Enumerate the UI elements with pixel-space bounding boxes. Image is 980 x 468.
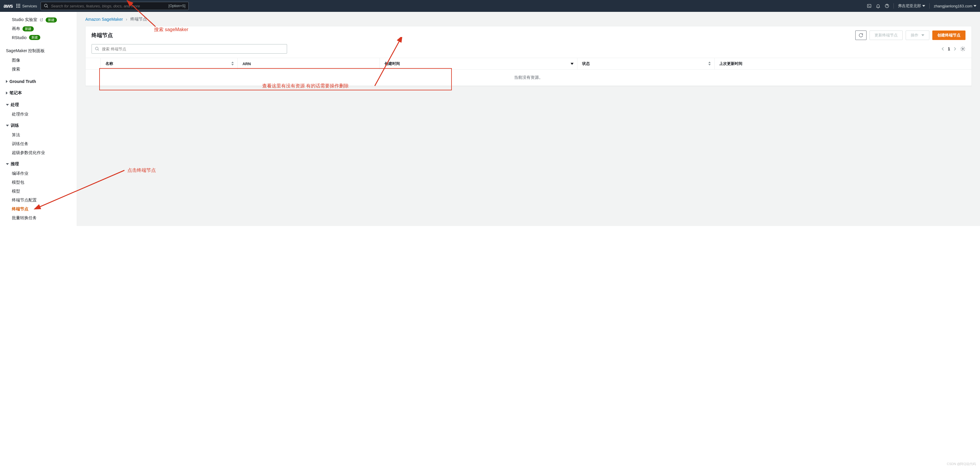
cloudshell-icon: [867, 3, 872, 8]
sidebar-item-label: 画布: [12, 26, 20, 32]
account-menu[interactable]: zhangjianlong163.com: [934, 4, 977, 8]
button-label: 更新终端节点: [875, 33, 898, 38]
region-selector[interactable]: 弗吉尼亚北部: [898, 3, 925, 9]
table-header-updated[interactable]: 上次更新时间: [714, 58, 971, 70]
sidebar-item-control-panel[interactable]: SageMaker 控制面板: [0, 46, 77, 56]
search-row: 1: [86, 44, 971, 58]
new-badge: 新建: [46, 18, 57, 22]
sidebar-item-images[interactable]: 图像: [0, 56, 77, 65]
sidebar-item-models[interactable]: 模型: [0, 187, 77, 196]
sidebar-item-label: Studio 实验室: [12, 17, 37, 22]
aws-logo[interactable]: aws: [3, 3, 13, 9]
table-search[interactable]: [92, 44, 287, 54]
pager-next[interactable]: [954, 47, 956, 51]
button-label: 创建终端节点: [937, 33, 961, 38]
sidebar-item-label: 图像: [12, 58, 20, 63]
sidebar-item-studio-lab[interactable]: Studio 实验室 新建: [0, 15, 77, 24]
svg-line-1: [47, 6, 48, 7]
panel-title: 终端节点: [92, 32, 852, 39]
global-search[interactable]: [Option+S]: [41, 2, 189, 10]
sidebar-item-model-packages[interactable]: 模型包: [0, 178, 77, 187]
sidebar-item-algorithms[interactable]: 算法: [0, 131, 77, 140]
header-label: 状态: [582, 61, 590, 66]
table-empty-row: 当前没有资源。: [86, 70, 971, 86]
bell-icon: [876, 3, 880, 8]
breadcrumb-current: 终端节点: [130, 17, 147, 22]
sidebar-item-label: 搜索: [12, 67, 20, 72]
services-menu[interactable]: Services: [16, 4, 37, 8]
sidebar-item-processing-jobs[interactable]: 处理作业: [0, 110, 77, 119]
chevron-down-icon: [6, 163, 9, 165]
refresh-icon: [859, 33, 863, 38]
sidebar-item-search[interactable]: 搜索: [0, 65, 77, 74]
sidebar-section-inference[interactable]: 推理: [0, 159, 77, 169]
sidebar-item-canvas[interactable]: 画布新建: [0, 24, 77, 33]
global-search-input[interactable]: [51, 4, 166, 8]
svg-point-0: [45, 4, 47, 7]
svg-point-6: [962, 48, 964, 50]
table-header-arn[interactable]: ARN: [238, 58, 380, 70]
header-label: ARN: [242, 62, 251, 66]
chevron-down-icon: [6, 104, 9, 106]
help-icon: [885, 3, 889, 8]
header-label: 名称: [105, 61, 113, 66]
help-button[interactable]: [885, 3, 889, 8]
sidebar-item-training-jobs[interactable]: 训练任务: [0, 140, 77, 148]
sidebar-item-endpoints[interactable]: 终端节点: [0, 205, 77, 213]
create-endpoint-button[interactable]: 创建终端节点: [932, 30, 966, 40]
endpoints-table: 名称 ARN 创建时间 状态 上次更新时间 当前没有资源。: [86, 58, 971, 86]
table-header-created[interactable]: 创建时间: [380, 58, 578, 70]
notifications-button[interactable]: [876, 3, 880, 8]
sidebar-section-ground-truth[interactable]: Ground Truth: [0, 77, 77, 86]
search-shortcut: [Option+S]: [169, 4, 185, 8]
table-search-input[interactable]: [102, 47, 284, 51]
chevron-right-icon: [6, 80, 8, 83]
update-endpoint-button[interactable]: 更新终端节点: [870, 30, 903, 40]
panel-header: 终端节点 更新终端节点 操作 创建终端节点: [86, 26, 971, 44]
sidebar-item-rstudio[interactable]: RStudio新建: [0, 33, 77, 42]
refresh-button[interactable]: [855, 30, 867, 40]
external-link-icon: [40, 18, 43, 22]
sidebar-item-label: 算法: [12, 132, 20, 138]
settings-button[interactable]: [960, 46, 966, 51]
empty-message: 当前没有资源。: [86, 70, 971, 86]
sidebar-item-label: 超级参数优化作业: [12, 150, 45, 156]
sidebar-section-label: 训练: [11, 123, 19, 128]
chevron-down-icon: [922, 5, 925, 7]
breadcrumb-service[interactable]: Amazon SageMaker: [85, 17, 123, 22]
sidebar-section-training[interactable]: 训练: [0, 121, 77, 131]
region-label: 弗吉尼亚北部: [898, 3, 921, 9]
sidebar-item-label: RStudio: [12, 35, 27, 40]
gear-icon: [960, 46, 966, 51]
sidebar-section-label: 笔记本: [10, 90, 22, 96]
breadcrumb: Amazon SageMaker › 终端节点: [85, 17, 972, 22]
sidebar-item-label: 训练任务: [12, 141, 29, 146]
cloudshell-button[interactable]: [867, 3, 872, 8]
sidebar-section-processing[interactable]: 处理: [0, 100, 77, 110]
table-header-status[interactable]: 状态: [578, 58, 714, 70]
table-header-name[interactable]: 名称: [100, 58, 238, 70]
pager-prev[interactable]: [941, 47, 944, 51]
sidebar-item-label: 终端节点配置: [12, 197, 37, 203]
account-label: zhangjianlong163.com: [934, 4, 972, 8]
sidebar-item-compile-jobs[interactable]: 编译作业: [0, 169, 77, 178]
sidebar-item-label: 编译作业: [12, 171, 29, 176]
services-label: Services: [22, 4, 37, 8]
pager: 1: [941, 46, 966, 51]
header-label: 创建时间: [385, 61, 400, 66]
svg-line-5: [98, 49, 99, 50]
actions-button[interactable]: 操作: [906, 30, 929, 40]
sidebar-item-endpoint-configs[interactable]: 终端节点配置: [0, 196, 77, 205]
search-icon: [95, 46, 100, 51]
button-label: 操作: [911, 33, 918, 38]
chevron-down-icon: [974, 5, 977, 7]
sidebar-item-label: 模型包: [12, 180, 24, 185]
sidebar-item-hp-tuning[interactable]: 超级参数优化作业: [0, 148, 77, 157]
services-grid-icon: [16, 4, 21, 8]
sidebar-section-notebook[interactable]: 笔记本: [0, 88, 77, 98]
sidebar-item-label: 处理作业: [12, 111, 29, 117]
sidebar-item-batch-transform[interactable]: 批量转换任务: [0, 213, 77, 223]
svg-point-4: [95, 47, 98, 50]
sidebar-item-label: 模型: [12, 189, 20, 194]
breadcrumb-separator: ›: [126, 17, 127, 22]
